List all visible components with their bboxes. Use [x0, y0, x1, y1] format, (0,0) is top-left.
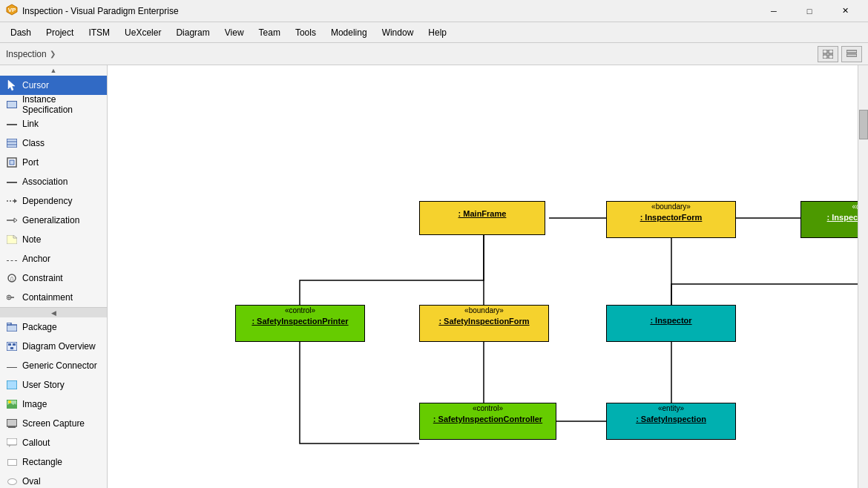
sidebar-item-screen-capture[interactable]: Screen Capture [0, 414, 107, 433]
anchor-icon [6, 253, 18, 265]
menu-item-dash[interactable]: Dash [3, 24, 39, 41]
link-icon [6, 118, 18, 130]
menu-item-view[interactable]: View [217, 24, 251, 41]
user-story-icon [6, 379, 18, 391]
sidebar-item-port[interactable]: Port [0, 153, 107, 172]
sidebar-item-label: Oval [22, 476, 41, 487]
sidebar-item-callout[interactable]: Callout [0, 433, 107, 452]
sidebar-collapse-arrow[interactable]: ◀ [0, 307, 107, 317]
breadcrumb-label[interactable]: Inspection [6, 49, 47, 59]
sidebar-item-generic-connector[interactable]: Generic Connector [0, 356, 107, 375]
menu-item-help[interactable]: Help [421, 24, 454, 41]
menu-item-diagram[interactable]: Diagram [168, 24, 217, 41]
sidebar-item-label: Link [22, 119, 39, 129]
sidebar-item-dependency[interactable]: Dependency [0, 191, 107, 211]
svg-rect-7 [846, 54, 857, 56]
svg-rect-12 [10, 160, 14, 165]
svg-rect-5 [829, 55, 833, 59]
sidebar-item-anchor[interactable]: Anchor [0, 249, 107, 268]
sidebar-item-association[interactable]: Association [0, 172, 107, 191]
menu-item-window[interactable]: Window [375, 24, 421, 41]
svg-marker-17 [7, 235, 17, 244]
grid-view-button[interactable] [818, 46, 838, 62]
sidebar-item-user-story[interactable]: User Story [0, 375, 107, 395]
node-safety-inspection-printer[interactable]: «control» : SafetyInspectionPrinter [235, 305, 365, 342]
node-stereotype: «control» [801, 202, 858, 211]
svg-rect-4 [823, 55, 827, 59]
sidebar-item-instance-specification[interactable]: Instance Specification [0, 95, 107, 114]
svg-rect-31 [10, 347, 13, 349]
node-main-frame[interactable]: : MainFrame [419, 201, 545, 235]
sidebar-item-label: Association [22, 177, 68, 187]
sidebar-item-containment[interactable]: Containment [0, 288, 107, 307]
containment-icon [6, 291, 18, 303]
node-inspector-form[interactable]: «boundary» : InspectorForm [606, 201, 736, 238]
node-name: : InspectorController [801, 211, 858, 223]
sidebar-item-link[interactable]: Link [0, 114, 107, 133]
generic-connector-icon [6, 360, 18, 372]
association-icon [6, 176, 18, 188]
dependency-icon [6, 195, 18, 207]
svg-rect-27 [7, 323, 11, 325]
node-safety-inspection-form[interactable]: «boundary» : SafetyInspectionForm [419, 305, 549, 342]
scroll-thumb[interactable] [859, 110, 868, 139]
sidebar-item-oval[interactable]: Oval [0, 472, 107, 488]
node-name: : SafetyInspection [607, 413, 735, 425]
scroll-right [858, 65, 868, 488]
sidebar-item-diagram-overview[interactable]: Diagram Overview [0, 337, 107, 356]
list-view-button[interactable] [841, 46, 862, 62]
sidebar-item-generalization[interactable]: Generalization [0, 211, 107, 230]
sidebar-item-label: Generalization [22, 215, 79, 225]
sidebar-item-cursor[interactable]: Cursor [0, 76, 107, 95]
sidebar-item-note[interactable]: Note [0, 230, 107, 249]
svg-rect-3 [829, 50, 833, 53]
svg-marker-14 [14, 199, 17, 203]
menu-bar: Dash Project ITSM UeXceler Diagram View … [0, 22, 868, 43]
svg-rect-8 [7, 139, 17, 148]
breadcrumb-arrow-icon: ❯ [50, 50, 56, 58]
sidebar-item-label: Port [22, 157, 39, 168]
minimize-button[interactable]: ─ [757, 0, 791, 22]
svg-rect-37 [8, 426, 16, 428]
sidebar-item-label: Class [22, 138, 45, 148]
window-controls: ─ □ ✕ [757, 0, 862, 22]
menu-item-project[interactable]: Project [39, 24, 81, 41]
node-name: : SafetyInspectionPrinter [236, 315, 364, 327]
node-safety-inspection[interactable]: «entity» : SafetyInspection [606, 403, 736, 440]
sidebar-item-class[interactable]: Class [0, 133, 107, 153]
sidebar-item-label: Containment [22, 292, 73, 303]
svg-point-35 [8, 400, 11, 403]
sidebar-item-package[interactable]: Package [0, 317, 107, 337]
canvas-area[interactable]: : MainFrame «boundary» : InspectorForm «… [108, 65, 858, 488]
image-icon [6, 398, 18, 410]
sidebar-item-image[interactable]: Image [0, 395, 107, 414]
svg-rect-32 [7, 380, 17, 389]
app-icon: VP [6, 4, 18, 18]
menu-item-team[interactable]: Team [251, 24, 288, 41]
svg-rect-39 [7, 438, 17, 445]
title-bar: VP Inspection - Visual Paradigm Enterpri… [0, 0, 868, 22]
node-inspector[interactable]: : Inspector [606, 305, 736, 342]
oval-icon [6, 475, 18, 487]
svg-rect-2 [823, 50, 827, 53]
breadcrumb-bar: Inspection ❯ [0, 43, 868, 65]
svg-rect-26 [7, 325, 17, 332]
node-inspector-controller[interactable]: «control» : InspectorController [800, 201, 858, 238]
sidebar-item-label: Diagram Overview [22, 341, 96, 352]
sidebar-item-label: Instance Specification [22, 94, 101, 115]
menu-item-tools[interactable]: Tools [288, 24, 323, 41]
package-icon [6, 321, 18, 333]
sidebar-item-label: Generic Connector [22, 360, 97, 371]
close-button[interactable]: ✕ [828, 0, 862, 22]
menu-item-modeling[interactable]: Modeling [323, 24, 375, 41]
callout-icon [6, 437, 18, 449]
sidebar-scroll-up[interactable]: ▲ [0, 65, 107, 76]
sidebar-item-label: Image [22, 399, 47, 409]
menu-item-itsm[interactable]: ITSM [81, 24, 117, 41]
maximize-button[interactable]: □ [792, 0, 826, 22]
node-safety-inspection-controller[interactable]: «control» : SafetyInspectionController [419, 403, 556, 440]
menu-item-uexceler[interactable]: UeXceler [117, 24, 168, 41]
sidebar-item-label: Anchor [22, 254, 50, 264]
sidebar-item-rectangle[interactable]: Rectangle [0, 452, 107, 472]
sidebar-item-constraint[interactable]: {} Constraint [0, 268, 107, 288]
